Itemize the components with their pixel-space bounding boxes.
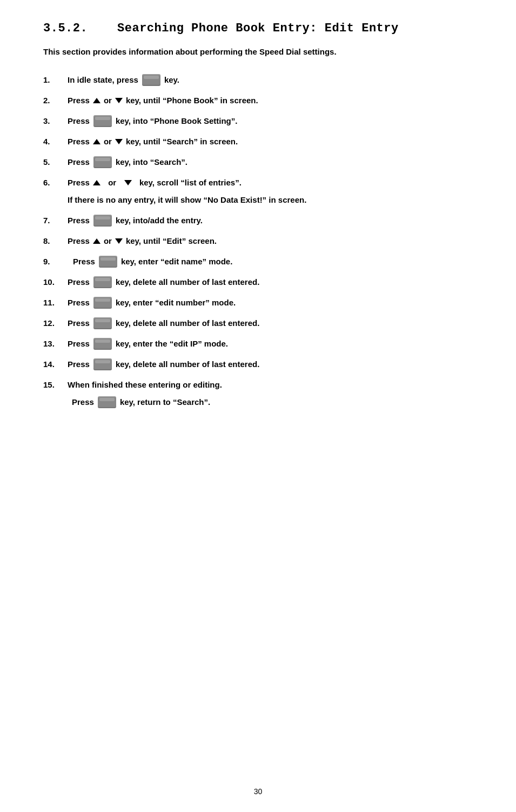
step-number: 2. xyxy=(43,94,68,107)
step-number: 10. xyxy=(43,276,68,289)
step-item: 15. When finished these entering or edit… xyxy=(43,378,473,409)
step-number: 3. xyxy=(43,115,68,128)
step-content: When finished these entering or editing.… xyxy=(68,378,367,409)
step-item: 14. Press key, delete all number of last… xyxy=(43,358,473,371)
arrow-down-icon xyxy=(115,139,123,144)
step-item: 10. Press key, delete all number of last… xyxy=(43,276,473,289)
step-line2: Press key, return to “Search”. xyxy=(68,396,367,409)
step-content: Press key, enter the “edit IP” mode. xyxy=(68,337,228,350)
step-item: 6. Press or key, scroll “list of entries… xyxy=(43,176,473,207)
step-content: Press key, enter “edit number” mode. xyxy=(68,296,236,309)
step-content: Press or key, until “Edit” screen. xyxy=(68,235,217,248)
key-icon xyxy=(93,358,112,370)
step-number: 15. xyxy=(43,378,68,391)
page-number: 30 xyxy=(254,787,263,796)
arrow-up-icon xyxy=(93,180,100,185)
step-content: Press key, into/add the entry. xyxy=(68,214,203,227)
step-item: 12. Press key, delete all number of last… xyxy=(43,317,473,330)
key-icon xyxy=(98,396,116,408)
step-content: Press key, delete all number of last ent… xyxy=(68,276,259,289)
step-number: 12. xyxy=(43,317,68,330)
step-number: 1. xyxy=(43,74,68,86)
section-number: 3.5.2. xyxy=(43,22,88,35)
key-icon xyxy=(93,297,112,309)
arrow-up-icon xyxy=(93,98,100,103)
step-number: 7. xyxy=(43,214,68,227)
step-item: 11. Press key, enter “edit number” mode. xyxy=(43,296,473,309)
step-content: In idle state, press key. xyxy=(68,74,179,86)
step-content: Press key, enter “edit name” mode. xyxy=(68,255,232,268)
section-intro: This section provides information about … xyxy=(43,46,473,58)
step-content: Press key, into “Phone Book Setting”. xyxy=(68,115,237,128)
step-number: 9. xyxy=(43,255,68,268)
step-item: 3. Press key, into “Phone Book Setting”. xyxy=(43,115,473,128)
step-content: Press or key, scroll “list of entries”. … xyxy=(68,176,473,207)
key-icon xyxy=(93,215,112,227)
step-number: 4. xyxy=(43,135,68,148)
arrow-down-icon xyxy=(124,180,132,185)
step-content: Press or key, until “Phone Book” in scre… xyxy=(68,94,258,107)
step-item: 9. Press key, enter “edit name” mode. xyxy=(43,255,473,268)
key-icon xyxy=(93,156,112,168)
section-title: 3.5.2. Searching Phone Book Entry: Edit … xyxy=(43,22,473,35)
step-item: 13. Press key, enter the “edit IP” mode. xyxy=(43,337,473,350)
step-content: Press key, delete all number of last ent… xyxy=(68,358,259,371)
step-number: 6. xyxy=(43,176,68,189)
step-content: Press or key, until “Search” in screen. xyxy=(68,135,238,148)
page-footer: 30 xyxy=(0,787,516,796)
key-icon xyxy=(93,115,112,127)
key-icon xyxy=(99,256,117,268)
step-number: 13. xyxy=(43,337,68,350)
step-content: Press key, into “Search”. xyxy=(68,156,187,169)
arrow-down-icon xyxy=(115,238,123,244)
step-number: 8. xyxy=(43,235,68,248)
step-number: 14. xyxy=(43,358,68,371)
step-number: 11. xyxy=(43,296,68,309)
step-item: 4. Press or key, until “Search” in scree… xyxy=(43,135,473,148)
step-content: Press key, delete all number of last ent… xyxy=(68,317,259,330)
section-heading: Searching Phone Book Entry: Edit Entry xyxy=(117,22,399,35)
key-icon xyxy=(142,74,160,86)
arrow-up-icon xyxy=(93,238,100,244)
step-line2: If there is no any entry, it will show “… xyxy=(68,194,473,207)
key-icon xyxy=(93,338,112,350)
key-icon xyxy=(93,276,112,288)
step-item: 1. In idle state, press key. xyxy=(43,74,473,86)
step-item: 5. Press key, into “Search”. xyxy=(43,156,473,169)
steps-list: 1. In idle state, press key. 2. Press or… xyxy=(43,74,473,409)
key-icon xyxy=(93,317,112,329)
step-number: 5. xyxy=(43,156,68,169)
step-item: 8. Press or key, until “Edit” screen. xyxy=(43,235,473,248)
arrow-up-icon xyxy=(93,139,100,144)
arrow-down-icon xyxy=(115,98,123,103)
step-item: 7. Press key, into/add the entry. xyxy=(43,214,473,227)
step-item: 2. Press or key, until “Phone Book” in s… xyxy=(43,94,473,107)
page-container: 3.5.2. Searching Phone Book Entry: Edit … xyxy=(0,0,516,449)
